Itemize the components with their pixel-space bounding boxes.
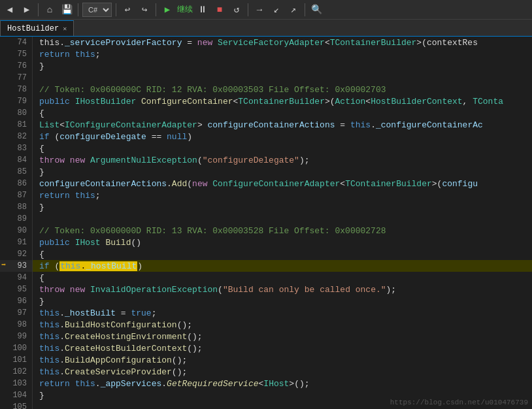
- line-number-100: 100: [0, 342, 32, 354]
- toolbar: ◀ ▶ ⌂ 💾 C# ↩ ↪ ▶ 继续 ⏸ ■ ↺ → ↙ ↗ 🔍: [0, 0, 532, 20]
- line-number-77: 77: [0, 72, 32, 84]
- code-content-96: }: [39, 297, 44, 306]
- toolbar-separator-6: [305, 3, 305, 16]
- tab-hostbuilder[interactable]: HostBuilder ✕: [0, 20, 74, 36]
- code-line-84: throw new ArgumentNullException("configu…: [33, 154, 532, 166]
- search-icon[interactable]: 🔍: [309, 3, 324, 17]
- toolbar-separator-3: [116, 3, 116, 16]
- line-number-104: 104: [0, 389, 32, 401]
- code-line-78: // Token: 0x0600000C RID: 12 RVA: 0x0000…: [33, 84, 532, 95]
- code-line-95: throw new InvalidOperationException("Bui…: [33, 284, 532, 295]
- code-line-90: // Token: 0x0600000D RID: 13 RVA: 0x0000…: [33, 225, 532, 237]
- nav-forward-btn[interactable]: ▶: [20, 3, 34, 17]
- stop-btn[interactable]: ■: [212, 3, 227, 17]
- code-content-103: return this._appServices.GetRequiredServ…: [39, 379, 310, 389]
- nav-back-btn[interactable]: ◀: [3, 3, 17, 17]
- tab-bar: HostBuilder ✕: [0, 20, 532, 37]
- code-line-91: public IHost Build(): [33, 237, 532, 248]
- continue-label[interactable]: 继续: [177, 4, 193, 15]
- line-number-76: 76: [0, 60, 32, 72]
- code-content-94: {: [39, 273, 44, 283]
- code-line-83: {: [33, 142, 532, 154]
- play-btn[interactable]: ▶: [160, 3, 175, 17]
- code-line-97: this._hostBuilt = true;: [33, 307, 532, 319]
- line-number-92: 92: [0, 248, 32, 260]
- code-line-86: configureContainerActions.Add(new Config…: [33, 178, 532, 189]
- save-icon[interactable]: 💾: [59, 3, 74, 17]
- code-content-75: return this;: [39, 50, 101, 59]
- code-line-75: return this;: [33, 48, 532, 60]
- code-line-88: }: [33, 201, 532, 213]
- code-line-96: }: [33, 295, 532, 307]
- code-content-88: }: [39, 203, 44, 212]
- code-content-86: configureContainerActions.Add(new Config…: [39, 179, 478, 189]
- language-selector[interactable]: C#: [82, 3, 112, 17]
- code-content-98: this.BuildHostConfiguration();: [39, 320, 192, 330]
- watermark: https://blog.csdn.net/u010476739: [390, 399, 528, 406]
- line-number-91: 91: [0, 237, 32, 248]
- line-number-105: 105: [0, 401, 32, 409]
- code-line-76: }: [33, 60, 532, 72]
- code-content-87: return this;: [39, 191, 101, 201]
- line-number-86: 86: [0, 178, 32, 189]
- code-content-84: throw new ArgumentNullException("configu…: [39, 155, 310, 165]
- code-content-89: [39, 214, 44, 224]
- redo-btn[interactable]: ↪: [137, 3, 152, 17]
- line-number-75: 75: [0, 48, 32, 60]
- code-content-99: this.CreateHostingEnvironment();: [39, 332, 203, 342]
- code-content-90: // Token: 0x0600000D RID: 13 RVA: 0x0000…: [39, 226, 386, 236]
- debug-arrow-icon: ➡: [1, 260, 6, 270]
- code-content-105: [39, 402, 44, 410]
- line-number-87: 87: [0, 189, 32, 201]
- restart-btn[interactable]: ↺: [229, 3, 244, 17]
- code-content-102: this.CreateServiceProvider();: [39, 367, 187, 377]
- code-content-85: }: [39, 167, 44, 177]
- code-line-94: {: [33, 272, 532, 284]
- code-line-92: {: [33, 248, 532, 260]
- line-number-80: 80: [0, 107, 32, 119]
- code-content-80: {: [39, 108, 44, 118]
- line-number-81: 81: [0, 119, 32, 131]
- code-line-82: if (configureDelegate == null): [33, 131, 532, 142]
- line-number-97: 97: [0, 307, 32, 319]
- code-editor[interactable]: this._serviceProviderFactory = new Servi…: [33, 37, 532, 409]
- code-content-77: [39, 73, 44, 83]
- home-icon[interactable]: ⌂: [42, 3, 57, 17]
- code-content-100: this.CreateHostBuilderContext();: [39, 344, 203, 353]
- undo-btn[interactable]: ↩: [120, 3, 135, 17]
- code-line-93: if (this._hostBuilt): [33, 260, 532, 272]
- code-line-100: this.CreateHostBuilderContext();: [33, 342, 532, 354]
- toolbar-separator-1: [38, 3, 39, 16]
- code-line-98: this.BuildHostConfiguration();: [33, 319, 532, 331]
- line-number-99: 99: [0, 331, 32, 342]
- code-container: 7475767778798081828384858687888990919293…: [0, 37, 532, 409]
- step-out-btn[interactable]: ↗: [286, 3, 301, 17]
- line-number-88: 88: [0, 201, 32, 213]
- step-over-btn[interactable]: →: [252, 3, 267, 17]
- line-number-95: 95: [0, 284, 32, 295]
- code-content-76: }: [39, 61, 44, 71]
- code-line-81: List<IConfigureContainerAdapter> configu…: [33, 119, 532, 131]
- line-number-83: 83: [0, 142, 32, 154]
- code-line-89: [33, 213, 532, 225]
- code-content-101: this.BuildAppConfiguration();: [39, 355, 187, 365]
- code-content-92: {: [39, 250, 44, 259]
- pause-btn[interactable]: ⏸: [195, 3, 210, 17]
- step-into-btn[interactable]: ↙: [269, 3, 284, 17]
- line-number-90: 90: [0, 225, 32, 237]
- code-content-81: List<IConfigureContainerAdapter> configu…: [39, 120, 483, 130]
- toolbar-separator-4: [156, 3, 156, 16]
- line-number-84: 84: [0, 154, 32, 166]
- toolbar-separator-5: [248, 3, 248, 16]
- code-content-91: public IHost Build(): [39, 238, 141, 248]
- tab-label: HostBuilder: [7, 24, 59, 33]
- tab-close-btn[interactable]: ✕: [63, 25, 67, 33]
- code-content-79: public IHostBuilder ConfigureContainer<T…: [39, 97, 503, 106]
- code-line-77: [33, 72, 532, 84]
- code-line-101: this.BuildAppConfiguration();: [33, 354, 532, 366]
- line-number-102: 102: [0, 366, 32, 378]
- line-number-74: 74: [0, 37, 32, 48]
- code-line-99: this.CreateHostingEnvironment();: [33, 331, 532, 342]
- code-content-93: if (this._hostBuilt): [39, 261, 142, 271]
- code-content-74: this._serviceProviderFactory = new Servi…: [39, 38, 478, 48]
